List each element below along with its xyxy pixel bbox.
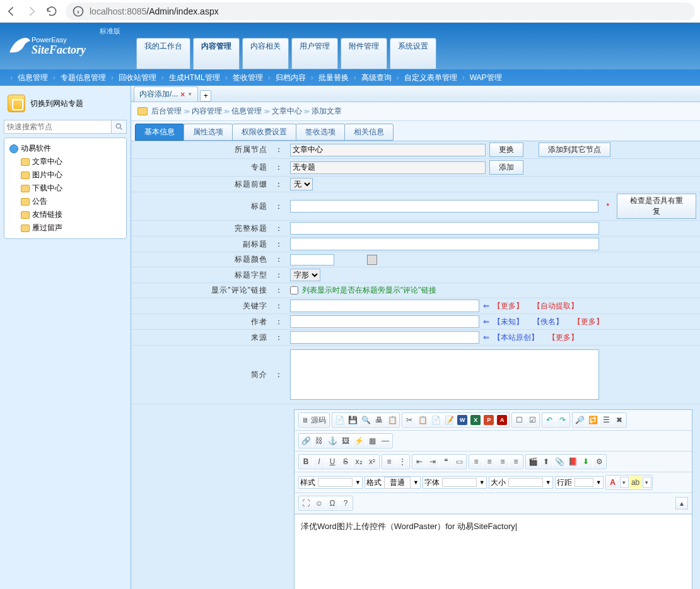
underline-icon[interactable]: U: [326, 455, 339, 468]
table-icon[interactable]: ▦: [366, 434, 378, 447]
fulltitle-input[interactable]: [290, 222, 599, 235]
find-icon[interactable]: 🔎: [573, 414, 586, 426]
italic-icon[interactable]: I: [313, 455, 325, 468]
title-input[interactable]: [290, 200, 598, 213]
outdent-icon[interactable]: ⇤: [413, 455, 426, 468]
collapse-icon[interactable]: ▴: [675, 497, 688, 510]
nav-tab-5[interactable]: 系统设置: [390, 38, 436, 69]
redo-icon[interactable]: ↷: [556, 414, 569, 426]
page-icon[interactable]: 📕: [566, 455, 579, 468]
superscript-icon[interactable]: x²: [366, 455, 378, 468]
textcolor-icon[interactable]: A: [607, 476, 619, 489]
back-icon[interactable]: [5, 5, 18, 18]
smiley-icon[interactable]: ☺: [313, 497, 325, 510]
anchor-icon[interactable]: ⚓: [326, 434, 339, 447]
subnav-9[interactable]: WAP管理: [467, 73, 505, 83]
add-other-node-button[interactable]: 添加到其它节点: [539, 143, 610, 157]
newpage-icon[interactable]: 📄: [333, 414, 346, 426]
paste-word-icon[interactable]: W: [456, 414, 469, 426]
color-input[interactable]: [290, 254, 334, 265]
chevron-down-icon[interactable]: ▼: [187, 91, 192, 97]
tree-root[interactable]: 动易软件: [7, 142, 124, 155]
paste-ppt-icon[interactable]: P: [482, 414, 495, 426]
image-icon[interactable]: 🖼: [339, 434, 352, 447]
nav-tab-3[interactable]: 用户管理: [291, 38, 338, 69]
align-center-icon[interactable]: ≡: [483, 455, 496, 468]
code-icon[interactable]: ⚙: [593, 455, 605, 468]
paste-text-icon[interactable]: 📝: [443, 414, 455, 426]
template-icon[interactable]: 📋: [386, 414, 399, 426]
preview-icon[interactable]: 🔍: [359, 414, 372, 426]
upload-icon[interactable]: ⬆: [540, 455, 552, 468]
font-select[interactable]: 字体▼: [423, 476, 487, 489]
content-tab-0[interactable]: 基本信息: [135, 124, 184, 141]
subnav-0[interactable]: 信息管理: [15, 73, 50, 83]
node-input[interactable]: [290, 144, 486, 156]
subnav-6[interactable]: 批量替换: [316, 73, 351, 83]
subnav-3[interactable]: 生成HTML管理: [166, 73, 223, 83]
attach-icon[interactable]: 📎: [553, 455, 566, 468]
lineheight-select[interactable]: 行距▼: [555, 476, 604, 489]
forward-icon[interactable]: [25, 5, 38, 18]
keywords-auto-link[interactable]: 【自动提取】: [533, 301, 578, 312]
maximize-icon[interactable]: ⛶: [300, 497, 312, 510]
titlefont-select[interactable]: 字形: [290, 269, 320, 281]
switch-icon[interactable]: [8, 95, 25, 112]
subnav-1[interactable]: 专题信息管理: [58, 73, 108, 83]
strike-icon[interactable]: S: [339, 455, 352, 468]
tree-item-3[interactable]: 公告: [7, 195, 124, 208]
breadcrumb-item[interactable]: 文章中心: [272, 107, 302, 115]
form-icon[interactable]: ☐: [513, 414, 525, 426]
source-more-link[interactable]: 【更多】: [548, 332, 578, 343]
new-tab-button[interactable]: +: [200, 90, 211, 102]
replace-icon[interactable]: 🔁: [586, 414, 599, 426]
unlink-icon[interactable]: ⛓: [313, 434, 325, 447]
align-right-icon[interactable]: ≡: [496, 455, 509, 468]
download-icon[interactable]: ⬇: [580, 455, 592, 468]
tree-item-4[interactable]: 友情链接: [7, 208, 124, 221]
div-icon[interactable]: ▭: [453, 455, 465, 468]
blockquote-icon[interactable]: ❝: [440, 455, 452, 468]
replace-button[interactable]: 更换: [489, 143, 523, 157]
bold-icon[interactable]: B: [300, 455, 312, 468]
media-icon[interactable]: 🎬: [527, 455, 539, 468]
search-input[interactable]: [4, 120, 112, 134]
specialchar-icon[interactable]: Ω: [326, 497, 339, 510]
align-left-icon[interactable]: ≡: [470, 455, 482, 468]
checkbox-icon[interactable]: ☑: [526, 414, 539, 426]
topic-input[interactable]: [290, 161, 486, 174]
document-tab[interactable]: 内容添加/... × ▼: [134, 86, 198, 102]
size-select[interactable]: 大小▼: [489, 476, 553, 489]
source-input[interactable]: [290, 331, 479, 344]
bulletlist-icon[interactable]: ⋮: [396, 455, 409, 468]
breadcrumb-item[interactable]: 后台管理: [151, 107, 182, 115]
undo-icon[interactable]: ↶: [543, 414, 556, 426]
nav-tab-4[interactable]: 附件管理: [341, 38, 387, 69]
search-icon[interactable]: [112, 120, 127, 134]
source-button[interactable]: 🗎 源码: [300, 414, 329, 426]
keywords-more-link[interactable]: 【更多】: [493, 301, 523, 312]
author-more-link[interactable]: 【更多】: [573, 317, 604, 327]
showcomment-checkbox[interactable]: [290, 286, 298, 294]
tree-item-2[interactable]: 下载中心: [7, 182, 124, 195]
url-bar[interactable]: localhost:8085/Admin/index.aspx: [66, 3, 695, 20]
subnav-4[interactable]: 签收管理: [230, 73, 265, 83]
selectall-icon[interactable]: ☰: [600, 414, 612, 426]
subscript-icon[interactable]: x₂: [353, 455, 365, 468]
breadcrumb-item[interactable]: 信息管理: [231, 107, 262, 115]
color-picker-icon[interactable]: [367, 255, 377, 265]
copy-icon[interactable]: 📋: [416, 414, 429, 426]
switch-label[interactable]: 切换到网站专题: [30, 98, 83, 109]
nav-tab-1[interactable]: 内容管理: [193, 38, 240, 69]
indent-icon[interactable]: ⇥: [426, 455, 439, 468]
subnav-5[interactable]: 归档内容: [273, 73, 308, 83]
numberlist-icon[interactable]: ≡: [383, 455, 395, 468]
nav-tab-0[interactable]: 我的工作台: [136, 38, 190, 69]
paste-pdf-icon[interactable]: A: [496, 414, 508, 426]
subnav-2[interactable]: 回收站管理: [116, 73, 159, 83]
bgcolor-icon[interactable]: ab: [629, 476, 642, 489]
removeformat-icon[interactable]: ✖: [613, 414, 626, 426]
paste-icon[interactable]: 📄: [429, 414, 442, 426]
reload-icon[interactable]: [45, 5, 58, 18]
content-tab-4[interactable]: 相关信息: [344, 124, 394, 141]
